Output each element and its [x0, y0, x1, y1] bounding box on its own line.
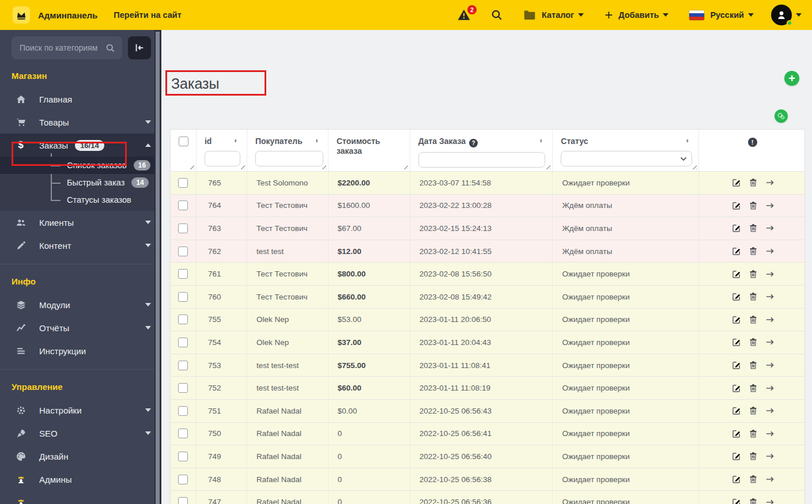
sort-icon[interactable] [685, 137, 692, 145]
sidebar-item-Товары[interactable]: Товары [0, 111, 161, 134]
select-all-checkbox[interactable] [179, 137, 188, 146]
open-order-button[interactable] [765, 315, 775, 324]
sort-icon[interactable] [233, 137, 240, 145]
open-order-button[interactable] [765, 429, 775, 438]
edit-order-button[interactable] [732, 338, 741, 347]
open-order-button[interactable] [765, 406, 775, 415]
row-checkbox[interactable] [178, 452, 188, 461]
sidebar-item-Главная[interactable]: Главная [0, 88, 161, 111]
open-order-button[interactable] [765, 498, 775, 504]
column-resize-handle[interactable] [545, 164, 550, 169]
row-checkbox[interactable] [178, 406, 188, 416]
sidebar-item-Настройки[interactable]: Настройки [0, 399, 161, 422]
edit-order-button[interactable] [732, 178, 741, 187]
sidebar-subitem-Быстрый заказ[interactable]: Быстрый заказ14 [0, 174, 161, 191]
row-checkbox[interactable] [178, 475, 188, 484]
open-order-button[interactable] [765, 452, 775, 461]
edit-order-button[interactable] [732, 247, 741, 256]
sidebar-item-Админы[interactable]: Админы [0, 468, 161, 491]
delete-order-button[interactable] [749, 475, 758, 484]
go-to-site-link[interactable]: Перейти на сайт [114, 10, 182, 20]
open-order-button[interactable] [765, 247, 775, 256]
delete-order-button[interactable] [749, 498, 758, 504]
add-order-button[interactable]: + [784, 71, 799, 86]
sort-icon[interactable] [539, 137, 545, 145]
delete-order-button[interactable] [749, 361, 758, 370]
delete-order-button[interactable] [749, 452, 758, 461]
delete-order-button[interactable] [749, 315, 758, 324]
row-checkbox[interactable] [178, 269, 188, 279]
row-checkbox[interactable] [178, 223, 188, 233]
row-checkbox[interactable] [178, 429, 188, 438]
row-checkbox[interactable] [178, 292, 188, 302]
delete-order-button[interactable] [749, 247, 758, 256]
open-order-button[interactable] [765, 201, 775, 210]
app-logo[interactable] [13, 6, 30, 24]
delete-order-button[interactable] [749, 292, 758, 301]
language-menu[interactable]: Русский [689, 10, 754, 20]
sidebar-item-Контент[interactable]: Контент [0, 234, 161, 257]
edit-order-button[interactable] [732, 406, 741, 415]
row-checkbox[interactable] [178, 497, 188, 504]
edit-order-button[interactable] [732, 315, 741, 324]
delete-order-button[interactable] [749, 384, 758, 393]
column-resize-handle[interactable] [691, 164, 697, 169]
sidebar-collapse-button[interactable] [128, 36, 151, 59]
edit-order-button[interactable] [732, 429, 741, 438]
id-filter-input[interactable] [205, 151, 240, 166]
sidebar-scrollbar-thumb[interactable] [156, 32, 160, 504]
row-checkbox[interactable] [178, 338, 188, 347]
edit-order-button[interactable] [732, 475, 741, 484]
sidebar-item-Дизайн[interactable]: Дизайн [0, 445, 161, 468]
user-menu[interactable] [771, 5, 802, 25]
edit-order-button[interactable] [732, 384, 741, 393]
status-filter-select[interactable] [561, 151, 692, 166]
add-menu[interactable]: + Добавить [605, 9, 669, 21]
sidebar-item-partial[interactable] [0, 491, 161, 504]
row-checkbox[interactable] [178, 247, 188, 256]
catalog-menu[interactable]: Каталог [523, 10, 584, 20]
sort-icon[interactable] [315, 137, 321, 145]
category-search-input[interactable] [20, 43, 100, 52]
open-order-button[interactable] [765, 338, 775, 347]
sidebar-item-SEO[interactable]: SEO [0, 422, 161, 445]
delete-order-button[interactable] [749, 338, 758, 347]
open-order-button[interactable] [765, 361, 775, 370]
row-checkbox[interactable] [178, 361, 188, 370]
sidebar-item-Заказы[interactable]: $Заказы16/14 [0, 134, 161, 157]
edit-order-button[interactable] [732, 270, 741, 279]
column-resize-handle[interactable] [402, 164, 408, 169]
edit-order-button[interactable] [732, 223, 741, 233]
delete-order-button[interactable] [749, 178, 758, 187]
edit-order-button[interactable] [732, 452, 741, 461]
open-order-button[interactable] [765, 223, 775, 233]
delete-order-button[interactable] [749, 270, 758, 279]
customer-filter-input[interactable] [255, 151, 323, 166]
open-order-button[interactable] [765, 270, 775, 279]
row-checkbox[interactable] [178, 200, 188, 210]
column-resize-handle[interactable] [188, 164, 194, 169]
row-checkbox[interactable] [178, 178, 188, 188]
edit-order-button[interactable] [732, 292, 741, 301]
delete-order-button[interactable] [749, 429, 758, 438]
open-order-button[interactable] [765, 178, 775, 187]
column-resize-handle[interactable] [239, 164, 245, 169]
delete-order-button[interactable] [749, 406, 758, 415]
edit-order-button[interactable] [732, 498, 741, 504]
table-settings-button[interactable] [775, 109, 788, 123]
sidebar-subitem-Список заказов[interactable]: Список заказов16 [0, 157, 161, 174]
delete-order-button[interactable] [749, 223, 758, 233]
sidebar-subitem-Статусы заказов[interactable]: Статусы заказов [0, 191, 161, 209]
open-order-button[interactable] [765, 384, 775, 393]
row-checkbox[interactable] [178, 314, 188, 324]
date-filter-input[interactable] [418, 152, 545, 168]
row-checkbox[interactable] [178, 383, 188, 393]
alerts-button[interactable]: 2 [458, 9, 470, 21]
edit-order-button[interactable] [732, 201, 741, 210]
sidebar-item-Клиенты[interactable]: Клиенты [0, 211, 161, 234]
sidebar-item-Модули[interactable]: Модули [0, 293, 161, 316]
edit-order-button[interactable] [732, 361, 741, 370]
open-order-button[interactable] [765, 292, 775, 301]
global-search-button[interactable] [491, 9, 503, 21]
sidebar-item-Отчёты[interactable]: Отчёты [0, 316, 161, 339]
